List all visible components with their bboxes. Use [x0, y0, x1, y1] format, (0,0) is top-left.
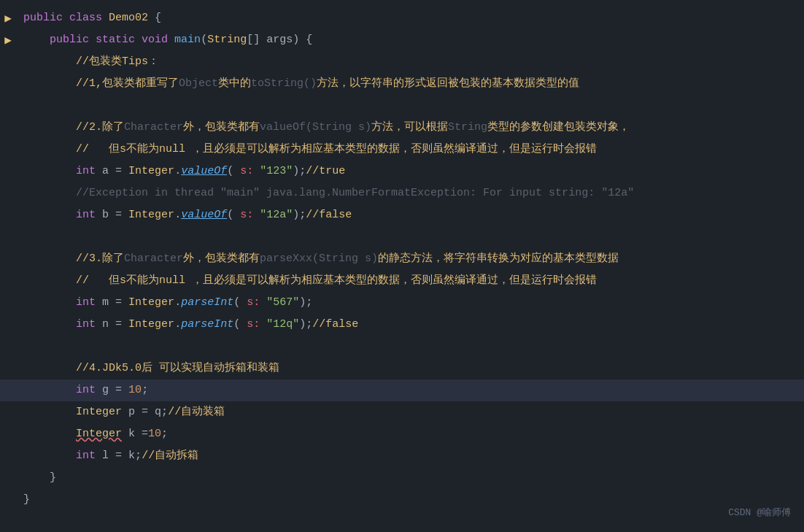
arrow-1: ▶ — [0, 11, 16, 26]
line-content-21: int l = k;//自动拆箱 — [16, 446, 198, 466]
code-line-2: ▶ public static void main(String[] args)… — [0, 29, 804, 51]
code-line-11 — [0, 226, 804, 248]
line-content-23: } — [16, 490, 30, 510]
code-line-22: } — [0, 467, 804, 489]
line-content-10: int b = Integer.valueOf( s: "12a");//fal… — [16, 205, 352, 225]
code-editor: ▶ public class Demo02 { ▶ public static … — [0, 0, 804, 532]
code-line-3: //包装类Tips： — [0, 51, 804, 73]
code-line-9: //Exception in thread "main" java.lang.N… — [0, 182, 804, 204]
code-line-16 — [0, 336, 804, 358]
line-content-22: } — [16, 468, 56, 488]
line-content-18: int g = 10; — [16, 380, 148, 401]
code-line-21: int l = k;//自动拆箱 — [0, 445, 804, 467]
line-content-2: public static void main(String[] args) { — [16, 30, 312, 50]
line-content-4: //1,包装类都重写了Object类中的toString()方法，以字符串的形式… — [16, 74, 579, 94]
code-line-14: int m = Integer.parseInt( s: "567"); — [0, 292, 804, 314]
line-content-12: //3.除了Character外，包装类都有parseXxx(String s)… — [16, 249, 619, 269]
line-content-3: //包装类Tips： — [16, 52, 159, 72]
code-line-18: int g = 10; — [0, 379, 804, 401]
line-content-7: // 但s不能为null ，且必须是可以解析为相应基本类型的数据，否则虽然编译通… — [16, 139, 597, 160]
line-content-19: Integer p = q;//自动装箱 — [16, 402, 225, 423]
line-content-5 — [16, 96, 30, 116]
line-content-8: int a = Integer.valueOf( s: "123");//tru… — [16, 161, 345, 182]
code-line-8: int a = Integer.valueOf( s: "123");//tru… — [0, 161, 804, 182]
line-content-11 — [16, 227, 30, 247]
line-content-13: // 但s不能为null ，且必须是可以解析为相应基本类型的数据，否则虽然编译通… — [16, 271, 597, 291]
code-line-17: //4.JDk5.0后 可以实现自动拆箱和装箱 — [0, 358, 804, 379]
code-line-13: // 但s不能为null ，且必须是可以解析为相应基本类型的数据，否则虽然编译通… — [0, 270, 804, 292]
code-line-7: // 但s不能为null ，且必须是可以解析为相应基本类型的数据，否则虽然编译通… — [0, 139, 804, 161]
line-content-14: int m = Integer.parseInt( s: "567"); — [16, 293, 312, 313]
watermark: CSDN @喻师傅 — [728, 506, 791, 519]
code-line-6: //2.除了Character外，包装类都有valueOf(String s)方… — [0, 117, 804, 139]
code-line-20: Integer k =10; — [0, 423, 804, 445]
code-line-1: ▶ public class Demo02 { — [0, 7, 804, 29]
code-line-19: Integer p = q;//自动装箱 — [0, 401, 804, 423]
code-line-12: //3.除了Character外，包装类都有parseXxx(String s)… — [0, 248, 804, 270]
line-content-1: public class Demo02 { — [16, 8, 161, 28]
code-line-23: } — [0, 489, 804, 511]
line-content-17: //4.JDk5.0后 可以实现自动拆箱和装箱 — [16, 358, 279, 379]
line-content-9: //Exception in thread "main" java.lang.N… — [16, 183, 634, 204]
line-content-15: int n = Integer.parseInt( s: "12q");//fa… — [16, 315, 358, 335]
code-line-4: //1,包装类都重写了Object类中的toString()方法，以字符串的形式… — [0, 73, 804, 95]
code-line-10: int b = Integer.valueOf( s: "12a");//fal… — [0, 204, 804, 226]
line-content-6: //2.除了Character外，包装类都有valueOf(String s)方… — [16, 117, 630, 138]
line-content-20: Integer k =10; — [16, 424, 168, 444]
code-line-15: int n = Integer.parseInt( s: "12q");//fa… — [0, 314, 804, 336]
code-line-5 — [0, 95, 804, 117]
line-content-16 — [16, 336, 30, 357]
arrow-2: ▶ — [0, 33, 16, 47]
